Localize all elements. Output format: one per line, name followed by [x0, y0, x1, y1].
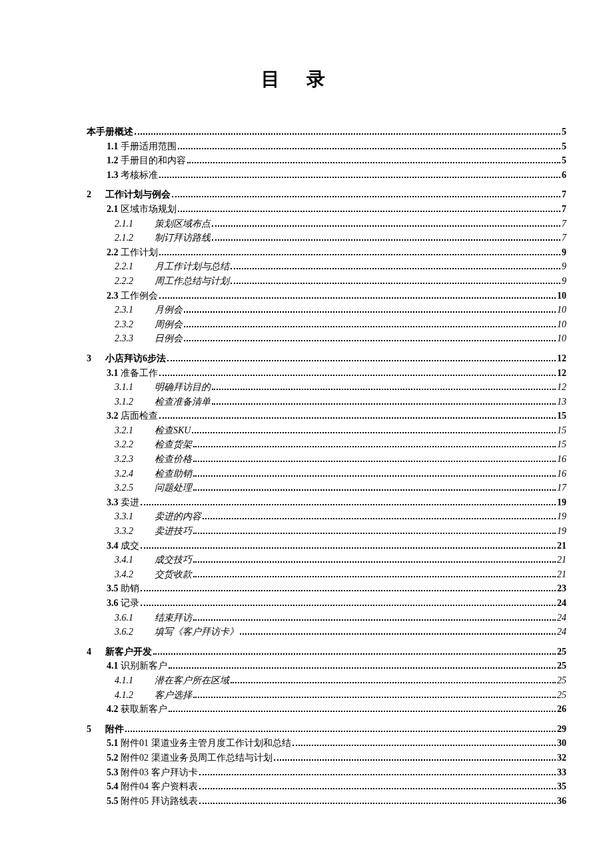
toc-entry-page: 24: [557, 611, 566, 625]
toc-entry-number: 3.3.1: [115, 510, 155, 523]
toc-leader-dots: [141, 547, 556, 549]
toc-entry-page: 36: [557, 795, 566, 808]
toc-entry-label: 4.1.2客户选择: [115, 689, 192, 702]
toc-entry-page: 35: [557, 780, 566, 793]
toc-leader-dots: [193, 533, 556, 534]
toc-entry: 2.3.1月例会10: [87, 303, 566, 317]
toc-entry-number: 5: [87, 723, 105, 736]
toc-entry: 3.2.1检查SKU15: [87, 424, 566, 437]
toc-entry-number: 1.1: [107, 141, 119, 151]
toc-entry-number: 4: [87, 645, 105, 659]
toc-entry-label: 2工作计划与例会: [87, 188, 171, 201]
toc-entry: 3.6.2填写《客户拜访卡》24: [87, 625, 566, 639]
toc-entry-label: 2.3 工作例会: [107, 289, 158, 303]
toc-entry: 5.5 附件05 拜访路线表36: [87, 795, 566, 808]
toc-entry-number: 3.1.1: [115, 381, 155, 394]
toc-entry-page: 25: [557, 689, 566, 702]
toc-entry-label: 2.1 区域市场规划: [107, 203, 177, 216]
toc-leader-dots: [203, 518, 556, 519]
toc-entry-page: 25: [557, 659, 566, 673]
toc-entry-page: 21: [557, 539, 566, 553]
toc-leader-dots: [193, 489, 556, 491]
toc-entry-number: 5.2: [107, 753, 119, 763]
toc-leader-dots: [193, 697, 556, 698]
toc-entry: 4.2 获取新客户26: [87, 703, 566, 716]
toc-entry-page: 24: [557, 597, 566, 610]
toc-entry-label: 3.6.1结束拜访: [115, 611, 192, 625]
toc-entry-number: 2.2.2: [115, 275, 155, 288]
toc-leader-dots: [193, 576, 556, 577]
toc-entry-label: 3.3.1卖进的内容: [115, 510, 201, 523]
toc-entry: 5.4 附件04 客户资料表35: [87, 780, 566, 793]
table-of-contents: 本手册概述51.1 手册适用范围51.2 手册目的和内容51.3 考核标准62工…: [47, 125, 566, 807]
toc-entry-page: 15: [557, 424, 566, 437]
toc-entry-number: 3.2.5: [115, 481, 155, 495]
toc-entry-label: 5.3 附件03 客户拜访卡: [107, 766, 198, 779]
toc-entry-page: 16: [557, 467, 566, 481]
toc-leader-dots: [199, 774, 556, 775]
toc-entry: 3.2.5问题处理17: [87, 481, 566, 495]
toc-entry-page: 19: [557, 510, 566, 523]
toc-entry-page: 30: [557, 737, 566, 750]
toc-entry-number: 5.3: [107, 767, 119, 777]
toc-entry: 1.2 手册目的和内容5: [87, 154, 566, 167]
toc-entry-number: 3.2.3: [115, 453, 155, 466]
toc-leader-dots: [178, 211, 560, 212]
toc-entry-number: 5.1: [107, 738, 119, 748]
toc-entry-number: 3.6: [107, 598, 119, 608]
toc-entry-page: 16: [557, 453, 566, 466]
toc-entry-page: 21: [557, 568, 566, 581]
toc-entry-number: 3.2.1: [115, 424, 155, 437]
toc-entry-page: 17: [557, 481, 566, 495]
toc-leader-dots: [184, 326, 556, 327]
toc-entry-page: 9: [562, 246, 566, 259]
toc-entry-label: 3.4.1成交技巧: [115, 553, 192, 567]
toc-leader-dots: [231, 268, 560, 269]
toc-entry: 3.4.2交货收款21: [87, 568, 566, 581]
toc-entry-page: 15: [557, 438, 566, 451]
toc-entry: 5.3 附件03 客户拜访卡33: [87, 766, 566, 779]
toc-entry-page: 10: [557, 332, 566, 345]
toc-entry-label: 3.6.2填写《客户拜访卡》: [115, 625, 239, 639]
toc-leader-dots: [192, 432, 556, 433]
toc-entry-number: 2.2: [107, 247, 119, 257]
toc-entry-label: 3.5 助销: [107, 582, 139, 595]
toc-entry-page: 7: [562, 231, 566, 245]
toc-entry: 4.1 识别新客户25: [87, 659, 566, 673]
toc-entry-number: 2.1: [107, 204, 119, 214]
toc-entry-label: 3.2.5问题处理: [115, 481, 192, 495]
toc-entry-number: 2.1.2: [115, 231, 155, 245]
toc-leader-dots: [169, 711, 556, 712]
toc-entry-label: 3.2.3检查价格: [115, 453, 192, 466]
toc-entry: 3.3.1卖进的内容19: [87, 510, 566, 523]
toc-leader-dots: [159, 375, 556, 376]
toc-entry-number: 3.6.1: [115, 611, 155, 625]
toc-entry-number: 4.2: [107, 704, 119, 714]
toc-entry-page: 7: [562, 203, 566, 216]
toc-entry-label: 1.2 手册目的和内容: [107, 154, 186, 167]
toc-entry-label: 4新客户开发: [87, 645, 152, 659]
toc-entry: 2.1.2制订拜访路线7: [87, 231, 566, 245]
toc-entry-page: 32: [557, 751, 566, 765]
toc-entry-label: 3.2 店面检查: [107, 409, 158, 423]
toc-entry: 1.3 考核标准6: [87, 169, 566, 182]
toc-entry: 1.1 手册适用范围5: [87, 140, 566, 153]
toc-leader-dots: [193, 619, 556, 621]
toc-entry-page: 26: [557, 703, 566, 716]
toc-leader-dots: [125, 731, 556, 732]
toc-entry: 4新客户开发25: [87, 645, 566, 659]
toc-entry-number: 1.3: [107, 170, 119, 180]
toc-entry-label: 3.6 记录: [107, 597, 139, 610]
toc-entry-number: 3.6.2: [115, 625, 155, 639]
toc-entry-page: 7: [562, 217, 566, 231]
toc-entry-label: 2.3.3日例会: [115, 332, 183, 345]
toc-entry-page: 15: [557, 409, 566, 423]
toc-leader-dots: [159, 254, 560, 255]
toc-leader-dots: [172, 196, 560, 197]
toc-leader-dots: [193, 561, 556, 563]
toc-entry-label: 3.1 准备工作: [107, 367, 158, 380]
toc-entry: 3.6 记录24: [87, 597, 566, 610]
toc-leader-dots: [193, 446, 556, 447]
toc-entry-number: 4.1.1: [115, 674, 155, 687]
toc-entry: 2.1.1策划区域布点7: [87, 217, 566, 231]
